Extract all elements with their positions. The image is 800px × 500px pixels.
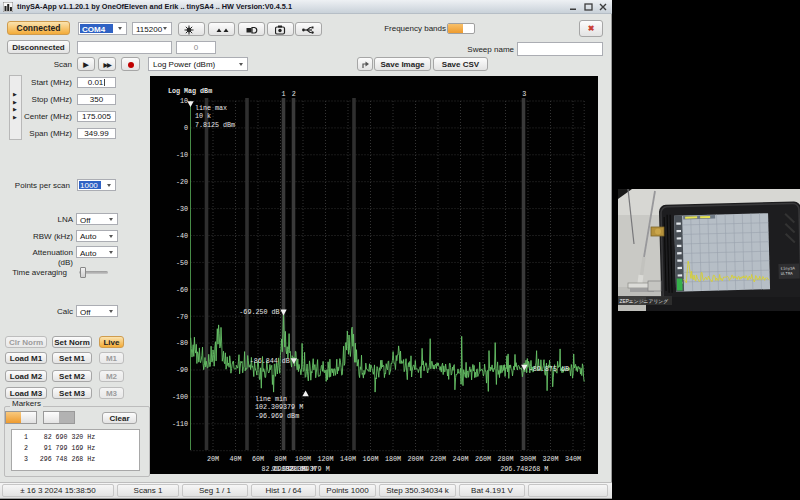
svg-text:-110: -110 (172, 420, 188, 428)
svg-text:260M: 260M (475, 455, 491, 463)
svg-text:102.309379 M: 102.309379 M (282, 465, 330, 473)
svg-text:ULTRA: ULTRA (781, 272, 794, 276)
svg-text:-10: -10 (176, 151, 188, 159)
svg-text:300M: 300M (520, 455, 536, 463)
svg-text:120M: 120M (317, 455, 333, 463)
svg-text:10 k: 10 k (195, 112, 211, 120)
svg-text:180M: 180M (385, 455, 401, 463)
svg-text:tinySA: tinySA (780, 267, 795, 271)
svg-text:-70: -70 (176, 313, 188, 321)
svg-text:-89.875 dB: -89.875 dB (529, 365, 569, 373)
svg-text:220M: 220M (430, 455, 446, 463)
svg-text:200M: 200M (407, 455, 423, 463)
svg-text:160M: 160M (362, 455, 378, 463)
svg-text:-90: -90 (176, 366, 188, 374)
svg-text:2: 2 (292, 90, 296, 98)
svg-text:-20: -20 (176, 178, 188, 186)
svg-text:80M: 80M (274, 455, 286, 463)
svg-text:0: 0 (184, 124, 188, 132)
svg-text:Log Mag dBm: Log Mag dBm (168, 87, 212, 95)
svg-text:60M: 60M (252, 455, 264, 463)
svg-text:10: 10 (180, 97, 188, 105)
svg-text:-50: -50 (176, 259, 188, 267)
svg-text:-100: -100 (172, 393, 188, 401)
svg-text:-69.250 dB: -69.250 dB (239, 308, 279, 316)
svg-text:7.8125 dBm: 7.8125 dBm (195, 121, 235, 129)
svg-text:340M: 340M (565, 455, 581, 463)
svg-text:1: 1 (281, 90, 285, 98)
svg-text:-80: -80 (176, 339, 188, 347)
svg-text:line min: line min (255, 395, 287, 403)
svg-text:100M: 100M (295, 455, 311, 463)
svg-text:296.748268 M: 296.748268 M (500, 465, 548, 473)
svg-text:20M: 20M (207, 455, 219, 463)
svg-text:-60: -60 (176, 286, 188, 294)
svg-text:-86.844 dB: -86.844 dB (250, 357, 290, 365)
svg-text:280M: 280M (497, 455, 513, 463)
svg-text:line max: line max (195, 104, 227, 112)
svg-text:-40: -40 (176, 232, 188, 240)
svg-text:240M: 240M (452, 455, 468, 463)
svg-text:ZEPエンジニアリング: ZEPエンジニアリング (620, 299, 669, 304)
svg-text:102.309379 M: 102.309379 M (255, 403, 303, 411)
svg-text:-30: -30 (176, 205, 188, 213)
svg-text:3: 3 (522, 90, 526, 98)
svg-text:320M: 320M (542, 455, 558, 463)
svg-text:40M: 40M (229, 455, 241, 463)
svg-text:140M: 140M (340, 455, 356, 463)
svg-text:-96.969 dBm: -96.969 dBm (255, 412, 299, 420)
